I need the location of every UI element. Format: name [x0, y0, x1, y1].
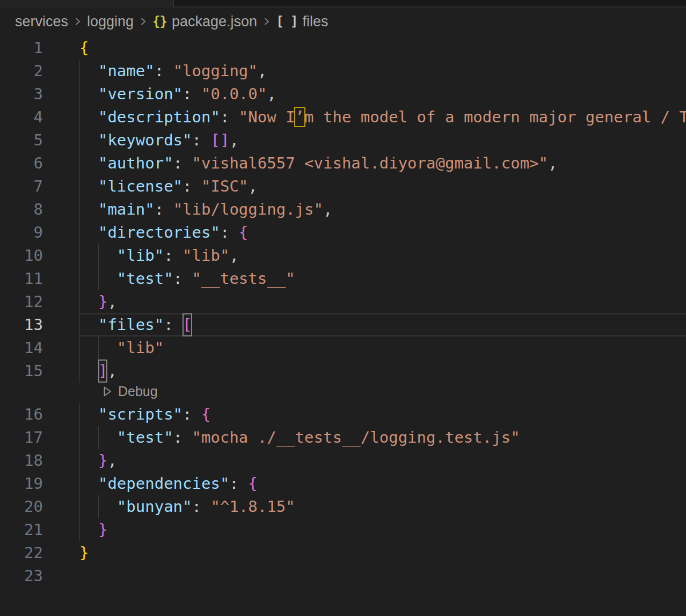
code-line-14[interactable]: 14 "lib" [0, 336, 686, 360]
indent-guide [79, 244, 80, 267]
token [183, 154, 192, 172]
token: : [173, 154, 183, 172]
token: } [79, 544, 89, 562]
token [173, 246, 183, 265]
token: : [229, 474, 238, 493]
indent-guide [79, 495, 80, 518]
line-number[interactable]: 4 [0, 106, 43, 129]
token [79, 474, 98, 493]
line-number[interactable]: 20 [0, 495, 43, 518]
token [79, 405, 98, 423]
code-line-17[interactable]: 17 "test": "mocha ./__tests__/logging.te… [0, 426, 686, 449]
line-number[interactable]: 21 [0, 518, 43, 541]
token [239, 474, 248, 493]
line-number[interactable]: 23 [0, 564, 43, 588]
token: "description" [98, 108, 220, 126]
token [183, 428, 192, 446]
line-number[interactable]: 15 [0, 360, 43, 383]
token: } [98, 451, 107, 470]
token: : [183, 405, 192, 423]
line-number[interactable]: 3 [0, 83, 43, 106]
code-line-21[interactable]: 21 } [0, 518, 686, 541]
line-number[interactable]: 10 [0, 244, 43, 267]
code-line-18[interactable]: 18 }, [0, 449, 686, 472]
line-number[interactable]: 8 [0, 198, 43, 221]
token: "__tests__" [192, 269, 295, 288]
code-line-16[interactable]: 16 "scripts": { [0, 403, 686, 426]
token: , [323, 200, 332, 218]
code-line-11[interactable]: 11 "test": "__tests__" [0, 267, 686, 290]
code-editor[interactable]: 1{2 "name": "logging",3 "version": "0.0.… [0, 35, 686, 588]
code-line-15[interactable]: 15 ], [0, 360, 686, 383]
code-line-1[interactable]: 1{ [0, 36, 686, 60]
active-tab-partial[interactable] [0, 0, 173, 8]
code-line-23[interactable]: 23 [0, 564, 686, 588]
code-line-8[interactable]: 8 "main": "lib/logging.js", [0, 198, 686, 221]
line-number[interactable]: 16 [0, 403, 43, 426]
line-number[interactable]: 5 [0, 129, 43, 152]
line-number[interactable]: 2 [0, 60, 43, 83]
token: "main" [98, 200, 155, 218]
code-line-10[interactable]: 10 "lib": "lib", [0, 244, 686, 267]
line-number[interactable]: 17 [0, 426, 43, 449]
token: { [248, 474, 257, 493]
line-number[interactable]: 7 [0, 175, 43, 198]
code-line-2[interactable]: 2 "name": "logging", [0, 60, 686, 83]
indent-guide [79, 60, 80, 83]
line-number[interactable]: 9 [0, 221, 43, 244]
token: , [107, 451, 116, 470]
token: "logging" [173, 62, 258, 80]
line-number[interactable]: 18 [0, 449, 43, 472]
token [173, 316, 183, 334]
line-content: } [79, 518, 686, 541]
breadcrumb-item-services[interactable]: services [15, 13, 68, 30]
code-line-22[interactable]: 22} [0, 541, 686, 564]
token [201, 131, 210, 149]
line-number[interactable]: 19 [0, 472, 43, 495]
matched-bracket: [ [183, 313, 192, 336]
token [79, 108, 98, 126]
code-line-3[interactable]: 3 "version": "0.0.0", [0, 83, 686, 106]
breadcrumb-item-package-json[interactable]: {}package.json [152, 13, 257, 30]
line-number[interactable]: 11 [0, 267, 43, 290]
code-line-6[interactable]: 6 "author": "vishal6557 <vishal.diyora@g… [0, 152, 686, 175]
code-line-4[interactable]: 4 "description": "Now I’m the model of a… [0, 106, 686, 129]
token [229, 223, 238, 241]
code-line-19[interactable]: 19 "dependencies": { [0, 472, 686, 495]
line-number[interactable]: 13 [0, 313, 43, 336]
indent-guide [79, 313, 80, 336]
breadcrumb-item-files[interactable]: [ ]files [276, 13, 328, 30]
code-line-5[interactable]: 5 "keywords": [], [0, 129, 686, 152]
line-number[interactable]: 14 [0, 336, 43, 360]
line-content: "scripts": { [79, 403, 686, 426]
indent-guide [98, 495, 99, 518]
indent-guide [79, 83, 80, 106]
line-content: "name": "logging", [79, 60, 686, 83]
token [164, 62, 173, 80]
breadcrumb-item-logging[interactable]: logging [87, 13, 134, 30]
code-line-20[interactable]: 20 "bunyan": "^1.8.15" [0, 495, 686, 518]
code-line-7[interactable]: 7 "license": "ISC", [0, 175, 686, 198]
token: "vishal6557 <vishal.diyora@gmail.com>" [192, 154, 548, 172]
code-line-9[interactable]: 9 "directories": { [0, 221, 686, 244]
token: "keywords" [98, 131, 192, 149]
indent-guide [79, 221, 80, 244]
line-content: "keywords": [], [79, 129, 686, 152]
indent-guide [98, 336, 99, 360]
token [164, 200, 173, 218]
code-line-13[interactable]: 13 "files": [ [0, 313, 686, 336]
line-number[interactable]: 6 [0, 152, 43, 175]
token [79, 177, 98, 195]
matched-bracket: ] [98, 360, 107, 383]
line-number[interactable]: 1 [0, 36, 43, 60]
code-line-12[interactable]: 12 }, [0, 290, 686, 313]
unicode-highlighted-char: ’ [295, 108, 304, 126]
token [79, 520, 98, 539]
line-number[interactable]: 22 [0, 541, 43, 564]
debug-code-lens[interactable]: Debug [101, 384, 158, 399]
indent-guide [98, 267, 99, 290]
line-number[interactable]: 12 [0, 290, 43, 313]
token: : [155, 200, 164, 218]
indent-guide [79, 360, 80, 383]
token: : [173, 269, 183, 288]
